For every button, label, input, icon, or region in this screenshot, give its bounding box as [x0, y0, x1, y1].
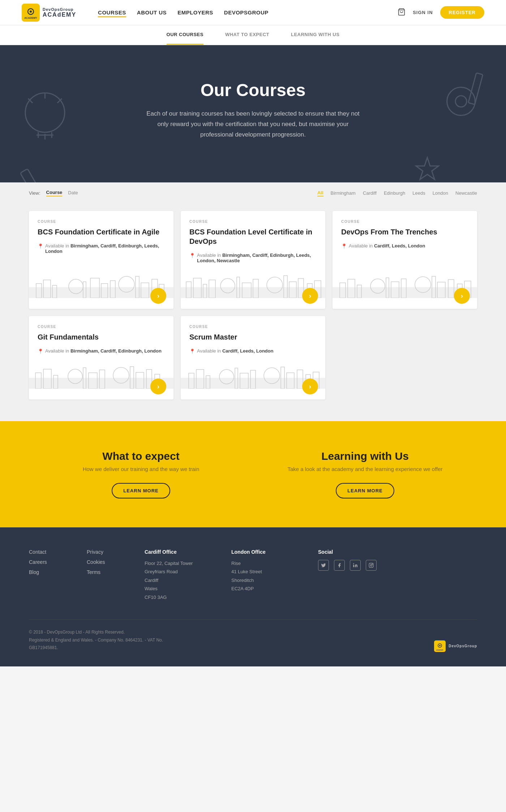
- nav-devopsgroup[interactable]: DEVOPSGROUP: [224, 8, 269, 17]
- footer-cookies[interactable]: Cookies: [87, 559, 123, 565]
- course-locations-4: 📍 Available in Birmingham, Cardiff, Edin…: [38, 348, 165, 354]
- header: ACADEMY DevOpsGroup ACAdEMY COURSES ABOU…: [0, 0, 506, 25]
- hero-section: Our Courses Each of our training courses…: [0, 45, 506, 182]
- filter-course[interactable]: Course: [46, 190, 63, 196]
- hero-title: Our Courses: [201, 80, 306, 100]
- filter-left: View: Course Date: [29, 190, 78, 196]
- course-arrow-1[interactable]: ›: [150, 288, 166, 304]
- course-tag-1: COURSE: [38, 220, 165, 224]
- footer-social-title: Social: [318, 549, 377, 555]
- svg-rect-16: [468, 73, 483, 104]
- sub-nav-what-to-expect[interactable]: WHAT TO EXPECT: [225, 25, 269, 45]
- promo-learn-more-1[interactable]: LEARN MORE: [112, 483, 170, 498]
- locations-text-2: Available in Birmingham, Cardiff, Edinbu…: [197, 252, 317, 263]
- instagram-icon[interactable]: [366, 560, 377, 571]
- sign-in-link[interactable]: SIGN IN: [413, 10, 433, 15]
- register-button[interactable]: REGISTER: [440, 6, 484, 19]
- nav-courses[interactable]: COURSES: [98, 8, 126, 17]
- main-nav: COURSES ABOUT US EMPLOYERS DEVOPSGROUP: [98, 8, 269, 17]
- course-tag-3: COURSE: [341, 220, 468, 224]
- filter-date[interactable]: Date: [68, 190, 78, 196]
- course-card-5-content: COURSE Scrum Master 📍 Available in Cardi…: [181, 316, 325, 360]
- twitter-icon[interactable]: [318, 560, 329, 571]
- location-pin-icon: 📍: [38, 243, 43, 249]
- filter-edinburgh[interactable]: Edinburgh: [384, 190, 405, 196]
- footer-bottom: © 2018 - DevOpsGroup Ltd - All Rights Re…: [29, 619, 477, 652]
- footer-logo-icon: ACADEMY: [434, 640, 446, 652]
- course-tag-2: COURSE: [189, 220, 317, 224]
- course-card-5: COURSE Scrum Master 📍 Available in Cardi…: [181, 316, 325, 399]
- course-image-3: ›: [333, 269, 477, 309]
- svg-point-92: [370, 565, 372, 566]
- filter-view-label: View:: [29, 190, 40, 196]
- footer-london-office: London Office Rise41 Luke StreetShoredit…: [231, 549, 296, 601]
- course-image-1: ›: [29, 269, 173, 309]
- footer-cardiff-title: Cardiff Office: [145, 549, 210, 555]
- footer-logo-text: DevOpsGroup: [449, 644, 477, 648]
- footer-contact[interactable]: Contact: [29, 549, 65, 555]
- sub-nav-our-courses[interactable]: OUR COURSES: [167, 25, 203, 45]
- filter-all[interactable]: All: [317, 190, 323, 196]
- footer: Contact Careers Blog Privacy Cookies Ter…: [0, 527, 506, 666]
- courses-grid-bottom: COURSE Git Fundamentals 📍 Available in B…: [29, 316, 477, 399]
- filter-birmingham[interactable]: Birmingham: [331, 190, 356, 196]
- facebook-icon[interactable]: [334, 560, 345, 571]
- course-arrow-3[interactable]: ›: [454, 288, 470, 304]
- footer-privacy[interactable]: Privacy: [87, 549, 123, 555]
- cart-icon[interactable]: [398, 8, 406, 17]
- filter-newcastle[interactable]: Newcastle: [455, 190, 477, 196]
- course-card-4-content: COURSE Git Fundamentals 📍 Available in B…: [29, 316, 173, 360]
- courses-section: COURSE BCS Foundation Certificate in Agi…: [0, 204, 506, 421]
- location-pin-icon-3: 📍: [341, 243, 347, 249]
- course-title-4: Git Fundamentals: [38, 332, 165, 342]
- filter-right: All Birmingham Cardiff Edinburgh Leeds L…: [317, 190, 477, 196]
- course-title-1: BCS Foundation Certificate in Agile: [38, 227, 165, 237]
- promo-banner: What to expect How we deliver our traini…: [0, 421, 506, 527]
- courses-grid-top: COURSE BCS Foundation Certificate in Agi…: [29, 211, 477, 309]
- footer-col-legal: Privacy Cookies Terms: [87, 549, 123, 601]
- course-arrow-5[interactable]: ›: [302, 379, 318, 394]
- sub-nav-learning[interactable]: LEARNING WITH US: [291, 25, 339, 45]
- footer-blog[interactable]: Blog: [29, 569, 65, 575]
- filter-cardiff[interactable]: Cardiff: [363, 190, 377, 196]
- course-arrow-4[interactable]: ›: [150, 379, 166, 394]
- course-card-4: COURSE Git Fundamentals 📍 Available in B…: [29, 316, 173, 399]
- filter-leeds[interactable]: Leeds: [412, 190, 425, 196]
- filter-london[interactable]: London: [433, 190, 448, 196]
- promo-title-2: Learning with Us: [275, 450, 455, 462]
- course-card-1-content: COURSE BCS Foundation Certificate in Agi…: [29, 211, 173, 269]
- course-image-4: ›: [29, 360, 173, 399]
- footer-social: Social: [318, 549, 377, 601]
- nav-about[interactable]: ABOUT US: [137, 8, 167, 17]
- course-image-2: ›: [181, 269, 325, 309]
- footer-london-address: Rise41 Luke StreetShoreditchEC2A 4DP: [231, 559, 296, 593]
- course-arrow-2[interactable]: ›: [302, 288, 318, 304]
- promo-learn-more-2[interactable]: LEARN MORE: [336, 483, 394, 498]
- social-icons: [318, 560, 377, 571]
- nav-employers[interactable]: EMPLOYERS: [177, 8, 213, 17]
- course-card-2-content: COURSE BCS Foundation Level Certificate …: [181, 211, 325, 269]
- locations-text-4: Available in Birmingham, Cardiff, Edinbu…: [45, 348, 162, 354]
- footer-legal-line1: © 2018 - DevOpsGroup Ltd - All Rights Re…: [29, 629, 163, 636]
- footer-legal: © 2018 - DevOpsGroup Ltd - All Rights Re…: [29, 629, 163, 652]
- course-card-1: COURSE BCS Foundation Certificate in Agi…: [29, 211, 173, 309]
- footer-terms[interactable]: Terms: [87, 569, 123, 575]
- course-title-2: BCS Foundation Level Certificate in DevO…: [189, 227, 317, 246]
- footer-careers[interactable]: Careers: [29, 559, 65, 565]
- locations-text-3: Available in Cardiff, Leeds, London: [349, 243, 425, 249]
- svg-point-96: [439, 645, 441, 646]
- linkedin-icon[interactable]: [350, 560, 361, 571]
- course-locations-1: 📍 Available in Birmingham, Cardiff, Edin…: [38, 243, 165, 254]
- svg-text:ACADEMY: ACADEMY: [437, 649, 444, 651]
- footer-legal-line3: GB171945881.: [29, 644, 163, 652]
- locations-text-5: Available in Cardiff, Leeds, London: [197, 348, 273, 354]
- svg-rect-91: [369, 563, 373, 567]
- svg-point-15: [455, 96, 467, 107]
- footer-london-title: London Office: [231, 549, 296, 555]
- course-image-5: ›: [181, 360, 325, 399]
- course-locations-3: 📍 Available in Cardiff, Leeds, London: [341, 243, 468, 249]
- svg-point-93: [372, 564, 373, 564]
- footer-logo: ACADEMY DevOpsGroup: [434, 640, 477, 652]
- svg-text:ACADEMY: ACADEMY: [24, 17, 37, 19]
- logo[interactable]: ACADEMY DevOpsGroup ACAdEMY: [22, 4, 76, 22]
